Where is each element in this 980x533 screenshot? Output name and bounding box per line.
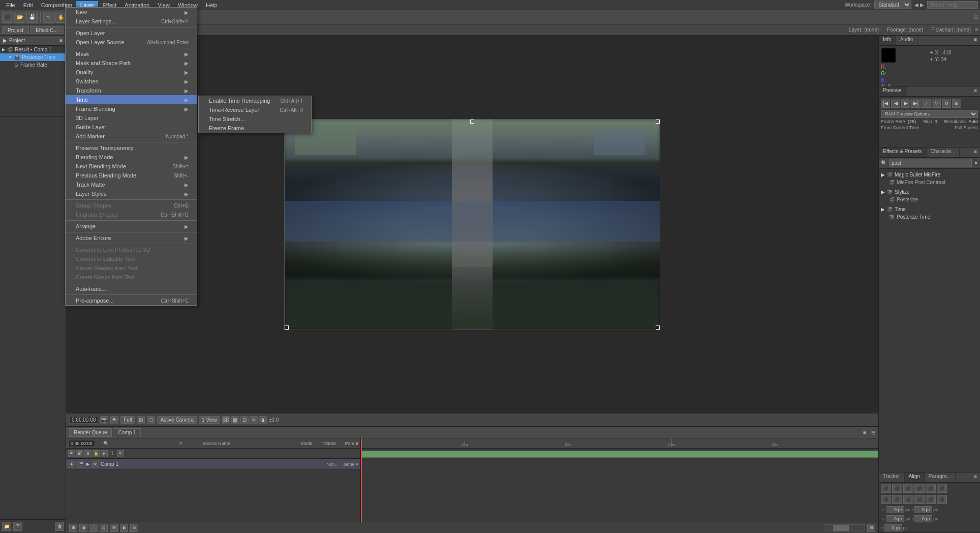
prev-loop-btn[interactable]: ↻ [932,99,941,108]
layer-mode-display[interactable]: Nor... [326,462,338,467]
preview-menu-icon[interactable]: ≡ [971,86,980,96]
skip-val[interactable]: 0 [935,119,937,124]
handle-tm[interactable] [470,120,474,124]
fr-val[interactable]: (25) [908,119,916,124]
handle-tr[interactable] [656,120,660,124]
align-menu-icon[interactable]: ≡ [971,472,980,482]
menu-create-shapes[interactable]: Create Shapes from Text [66,263,197,273]
new-comp-btn[interactable]: ⬛ [2,12,13,23]
align-left-btn[interactable]: ⬛ [881,484,891,493]
stylize-group-header[interactable]: ▶ 🎬 Stylize [881,188,978,196]
panel-menu-icon[interactable]: ≡ [975,27,978,33]
align-tab[interactable]: Align [905,472,925,482]
layer-fx-icon[interactable]: fx [91,461,99,468]
menu-next-blending[interactable]: Next Blending Mode Shift+= [66,162,197,171]
menu-3d-layer[interactable]: 3D Layer [66,113,197,123]
time-group-header[interactable]: ▶ 🎬 Time [881,205,978,213]
menu-enable-time-remapping[interactable]: Enable Time Remapping Ctrl+Alt+T [199,96,311,105]
px-input-2[interactable] [914,506,932,513]
project-item-posterize[interactable]: ▼ 🎬 Posterize Time [0,53,66,61]
menu-blending-mode[interactable]: Blending Mode ▶ [66,153,197,162]
preview-tab[interactable]: Preview [879,86,906,96]
menu-layer-styles[interactable]: Layer Styles ▶ [66,189,197,198]
menu-ungroup-shapes[interactable]: Ungroup Shapes Ctrl+Shift+G [66,210,197,219]
prev-fullscreen-btn[interactable]: ⊞ [952,99,961,108]
menu-freeze-frame[interactable]: Freeze Frame [199,124,311,133]
save-btn[interactable]: 💾 [26,12,38,23]
project-collapse-icon[interactable]: ▶ [3,38,7,43]
timeline-menu-icon[interactable]: ≡ [863,430,866,435]
menu-auto-trace[interactable]: Auto-trace... [66,284,197,293]
comp-btn-3[interactable]: 🎵 [89,524,98,532]
distribute-center-v-btn[interactable]: ⬛ [926,495,936,504]
menu-mask[interactable]: Mask ▶ [66,49,197,58]
menu-preserve-transparency[interactable]: Preserve Transparency [66,143,197,153]
quality-btn[interactable]: ◑ [259,416,267,424]
comp-btn-7[interactable]: ⊚ [130,524,138,532]
project-item-framerate[interactable]: ⊙ Frame Rate [0,61,66,69]
layer-audio-btn[interactable]: 🔊 [76,450,83,457]
px-input-3[interactable] [886,515,904,522]
character-tab[interactable]: Characte... [927,147,960,157]
menu-track-matte[interactable]: Track Matte ▶ [66,180,197,189]
prev-first-btn[interactable]: |◀ [881,99,890,108]
menu-group-shapes[interactable]: Group Shapes Ctrl+G [66,201,197,210]
prev-audio-btn[interactable]: ♪ [922,99,931,108]
prev-play-btn[interactable]: ▶ [901,99,910,108]
menu-edit[interactable]: Edit [19,1,37,9]
menu-precompose[interactable]: Pre-compose... Ctrl+Shift+C [66,296,197,305]
misfire-post-contrast-item[interactable]: 🎬 MisFire Post Contrast [881,179,978,186]
project-item-result[interactable]: ▶ 🎬 Result • Comp 1 [0,46,66,53]
menu-time-stretch[interactable]: Time Stretch... [199,114,311,124]
comp-btn-2[interactable]: ◑ [79,524,87,532]
timeline-zoom-slider[interactable] [824,524,865,531]
misfire-group-header[interactable]: ▶ 🎬 Magic Bullet MisFire [881,171,978,179]
comp-time-display[interactable]: 0:00:00:00 [69,416,98,424]
posterize-time-item[interactable]: 🎬 Posterize Time [881,213,978,221]
show-snapshot-btn[interactable]: 👁 [110,416,118,424]
layer-expand-arrow[interactable]: ▶ [86,462,89,466]
new-comp-bottom-btn[interactable]: 🎬 [13,522,22,531]
layer-vis-btn[interactable]: 👁 [68,450,75,457]
menu-open-layer-source[interactable]: Open Layer Source Alt+Numpad Enter [66,38,197,47]
menu-time[interactable]: Time ▶ [66,95,197,104]
menu-mask-shape-path[interactable]: Mask and Shape Path ▶ [66,58,197,68]
menu-help[interactable]: Help [202,1,222,9]
views-select[interactable]: 1 View [199,416,220,424]
effects-tab[interactable]: Effects & Presets [879,147,927,157]
align-top-btn[interactable]: ⬛ [914,484,925,493]
effects-menu-icon[interactable]: ≡ [971,147,980,157]
distribute-bottom-btn[interactable]: ⬛ [937,495,947,504]
comp-btn-6[interactable]: ◐ [120,524,128,532]
playhead[interactable] [361,438,362,522]
distribute-left-btn[interactable]: ⬛ [881,495,891,504]
project-menu-icon[interactable]: ≡ [59,38,63,43]
handle-bl[interactable] [285,325,289,330]
menu-add-marker[interactable]: Add Marker Numpad * [66,132,197,141]
comp-btn-5[interactable]: ⊞ [110,524,118,532]
align-center-h-btn[interactable]: ⬛ [892,484,902,493]
tracker-tab[interactable]: Tracker [879,472,905,482]
px-input-1[interactable] [886,506,904,513]
menu-transform[interactable]: Transform ▶ [66,86,197,95]
px-input-4[interactable] [914,515,932,522]
workspace-select[interactable]: Standard All Panels Effects [874,1,911,9]
align-right-btn[interactable]: ⬛ [903,484,913,493]
clear-search-icon[interactable]: ✕ [974,160,978,166]
snapshot-btn[interactable]: 📷 [100,416,108,424]
pixel-ratio-btn[interactable]: ⊡ [240,416,249,424]
menu-open-layer[interactable]: Open Layer [66,28,197,38]
delete-btn[interactable]: 🗑 [55,522,64,531]
selection-tool[interactable]: ↖ [43,12,54,23]
distribute-right-btn[interactable]: ⬛ [903,495,913,504]
search-help-input[interactable] [927,1,978,9]
effect-controls-tab[interactable]: Effect C... [30,26,64,34]
align-bottom-btn[interactable]: ⬛ [937,484,947,493]
layer-parent-display[interactable]: None ▾ [344,462,358,467]
align-center-v-btn[interactable]: ⬛ [926,484,936,493]
menu-switches[interactable]: Switches ▶ [66,77,197,86]
menu-adobe-encore[interactable]: Adobe Encore ▶ [66,233,197,243]
info-tab[interactable]: Info [879,36,896,45]
px-input-5[interactable] [884,524,902,531]
project-tab[interactable]: Project [2,26,29,34]
